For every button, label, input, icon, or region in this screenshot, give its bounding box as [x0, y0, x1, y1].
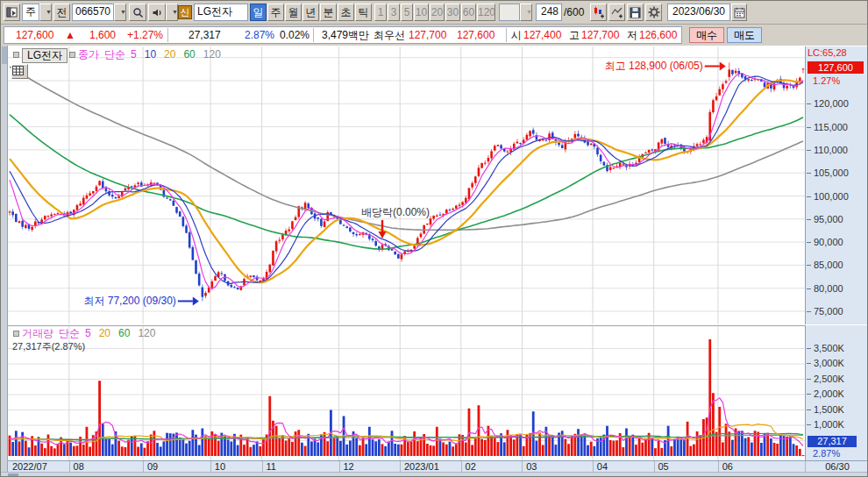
sound-button[interactable]: [148, 4, 166, 21]
price-axis-label: 100,000: [814, 190, 849, 203]
chart-area: 최고 128,900 (06/05)최저 77,200 (09/30)배당락(0…: [1, 46, 868, 477]
stock-code-combo-arrow[interactable]: ▼: [114, 4, 126, 21]
volume-axis-label: 2,500K: [814, 373, 844, 385]
gear-icon: [648, 6, 660, 18]
legend-marker-icon: [69, 52, 75, 58]
search-button[interactable]: [129, 4, 146, 21]
tab-minute[interactable]: 분: [320, 4, 337, 21]
volume-value: 27,317: [189, 29, 221, 42]
month-label: 2023/01: [404, 461, 439, 472]
grid-icon: [12, 66, 24, 75]
price-pane: 최고 128,900 (06/05)최저 77,200 (09/30)배당락(0…: [8, 46, 805, 324]
lc-label: LC:65,28: [808, 47, 847, 58]
volume-pane: 거래량단순52060120 27,317주(2.87%): [8, 325, 805, 460]
chart-window: 주 ▼ 전 066570 ▼ ▼ 신 LG전자 일 주 월 년 분 초 틱 1 …: [0, 0, 868, 477]
sound-combo-arrow[interactable]: ▼: [166, 4, 178, 21]
left-scrollbar[interactable]: [1, 46, 8, 472]
price-axis-label: 95,000: [814, 213, 843, 225]
calendar-button[interactable]: [731, 4, 747, 21]
empty-combo[interactable]: [499, 4, 520, 21]
tab-tick[interactable]: 틱: [355, 4, 372, 21]
low-label: 저: [627, 29, 637, 42]
month-tick: [593, 461, 594, 472]
month-label: 06: [722, 461, 733, 472]
date-input[interactable]: 2023/06/30: [667, 4, 730, 21]
sell-button[interactable]: 매도: [727, 27, 762, 43]
current-volume-pct: 2.87%: [813, 448, 840, 459]
empty-combo-arrow[interactable]: ▼: [520, 4, 532, 21]
volume-legend: 거래량단순52060120: [11, 327, 155, 340]
tab-year[interactable]: 년: [302, 4, 319, 21]
svg-text:배당락(0.00%): 배당락(0.00%): [361, 206, 430, 218]
add-indicator-button[interactable]: [590, 4, 607, 21]
horizontal-scrollbar-thumb[interactable]: [8, 473, 18, 477]
jun-button[interactable]: 전: [53, 4, 70, 21]
stock-code-input[interactable]: 066570: [72, 4, 114, 21]
price-chart: 최고 128,900 (06/05)최저 77,200 (09/30)배당락(0…: [8, 46, 805, 324]
minute-button-120[interactable]: 120: [477, 4, 495, 21]
month-tick: [400, 461, 401, 472]
month-tick: [461, 461, 462, 472]
new-window-button[interactable]: [4, 4, 20, 21]
divider: [313, 28, 314, 42]
legend-ma20: 20: [164, 48, 175, 61]
volume-axis-label: 3,000K: [814, 357, 844, 369]
current-volume-box: 27,317: [808, 436, 857, 447]
month-tick: [654, 461, 655, 472]
quote-infobar: 127,600 ▲ 1,600 +1.27% 27,317 2.87% 0.02…: [1, 25, 868, 46]
volume-current-label: 27,317주(2.87%): [12, 340, 85, 353]
left-scrollbar-thumb[interactable]: [2, 46, 7, 64]
tab-month[interactable]: 월: [285, 4, 302, 21]
legend-ma20: 20: [99, 327, 110, 339]
compare-chart-button[interactable]: [608, 4, 625, 21]
current-price: 127,600: [16, 29, 53, 42]
month-label: 2022/07: [12, 461, 47, 472]
settings-button[interactable]: [645, 4, 662, 21]
tab-second[interactable]: 초: [338, 4, 354, 21]
price-axis-label: 105,000: [814, 167, 849, 179]
quote-strip: 127,600 ▲ 1,600 +1.27% 27,317 2.87% 0.02…: [4, 26, 682, 44]
legend-ma60: 60: [183, 48, 195, 61]
best-ask: 127,700: [409, 29, 446, 42]
tab-day[interactable]: 일: [250, 4, 267, 21]
minute-button-60[interactable]: 60: [461, 4, 476, 21]
price-pane-tab[interactable]: LG전자: [22, 48, 68, 63]
minute-button-1[interactable]: 1: [374, 4, 387, 21]
volume-ratio: 2.87%: [245, 29, 274, 42]
period-combo-arrow[interactable]: ▼: [39, 4, 52, 21]
month-label: 04: [597, 461, 608, 472]
turnover-ratio: 0.02%: [280, 29, 309, 42]
legend-ma120: 120: [203, 48, 221, 61]
divider: [167, 28, 168, 42]
price-axis-label: 85,000: [814, 259, 843, 271]
volume-axis-label: 3,500K: [814, 342, 844, 354]
horizontal-scrollbar[interactable]: [1, 472, 868, 477]
save-icon: [630, 7, 641, 18]
window-icon: [6, 7, 18, 18]
minute-button-30[interactable]: 30: [445, 4, 460, 21]
minute-button-10[interactable]: 10: [414, 4, 429, 21]
search-icon: [132, 7, 144, 18]
bar-count-input[interactable]: 248: [536, 4, 562, 21]
minute-button-5[interactable]: 5: [401, 4, 413, 21]
stock-name-field[interactable]: LG전자: [194, 4, 248, 21]
month-label: 05: [658, 461, 668, 472]
date-axis: 2022/0708091011122023/010203040506: [8, 460, 805, 472]
legend-ma10: 10: [145, 48, 156, 61]
minute-button-20[interactable]: 20: [430, 4, 445, 21]
buy-button[interactable]: 매수: [689, 27, 724, 43]
candle-plus-icon: [593, 6, 605, 18]
price-axis-label: 80,000: [814, 282, 843, 295]
minute-button-3[interactable]: 3: [388, 4, 400, 21]
tab-week[interactable]: 주: [267, 4, 284, 21]
grid-tool-button[interactable]: [11, 64, 28, 79]
legend-marker-icon: [13, 331, 19, 337]
save-chart-button[interactable]: [627, 4, 644, 21]
bar-total-label: /600: [564, 4, 584, 21]
legend-ma120: 120: [138, 327, 155, 339]
legend-ma60: 60: [118, 327, 130, 339]
price-axis-label: 120,000: [814, 97, 849, 110]
change-arrow-icon: ▲: [65, 29, 75, 42]
period-combo[interactable]: 주: [22, 4, 39, 21]
legend-title: 거래량: [22, 327, 53, 339]
